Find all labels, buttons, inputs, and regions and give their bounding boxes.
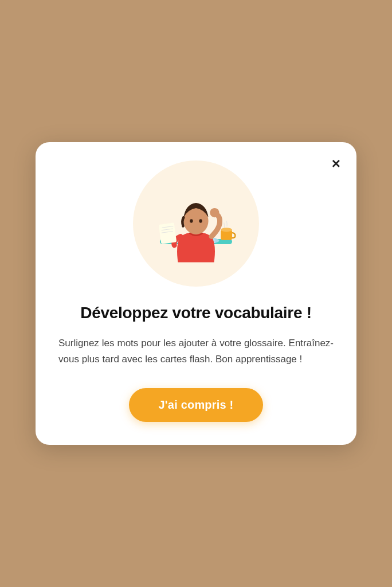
svg-point-13 bbox=[199, 220, 202, 223]
svg-point-10 bbox=[221, 228, 232, 232]
modal-container: × bbox=[36, 142, 356, 444]
modal-title: Développez votre vocabulaire ! bbox=[80, 303, 311, 323]
svg-point-14 bbox=[210, 208, 219, 217]
understood-button[interactable]: J'ai compris ! bbox=[129, 388, 264, 422]
modal-body-text: Surlignez les mots pour les ajouter à vo… bbox=[58, 335, 334, 367]
svg-point-12 bbox=[190, 220, 193, 223]
svg-rect-15 bbox=[159, 223, 177, 245]
illustration-container bbox=[133, 161, 259, 287]
close-button[interactable]: × bbox=[330, 154, 343, 173]
study-illustration bbox=[144, 172, 248, 275]
